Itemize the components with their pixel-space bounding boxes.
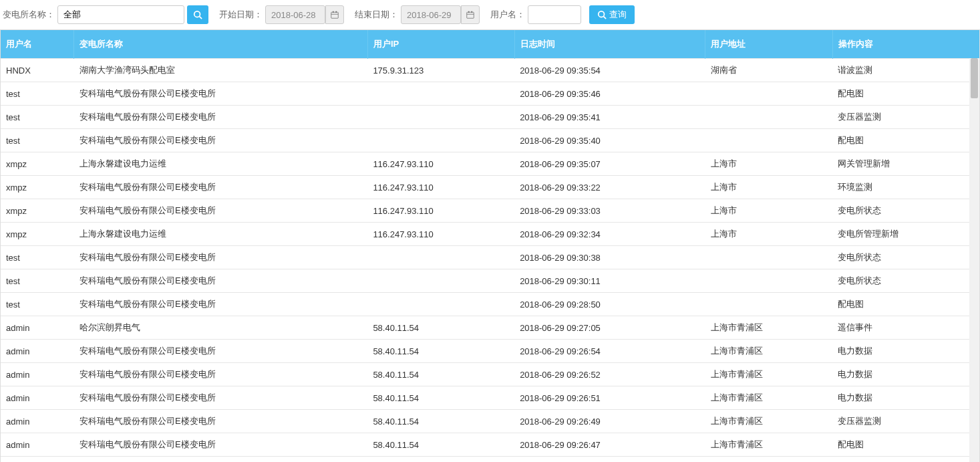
- cell-action: 变电所状态: [832, 246, 979, 269]
- cell-ip: [367, 246, 514, 269]
- cell-action: 遥信事件: [832, 316, 979, 340]
- cell-username: HNDX: [1, 59, 74, 82]
- cell-time: 2018-06-29 09:28:50: [514, 293, 705, 316]
- cell-time: 2018-06-29 09:23:41: [514, 457, 705, 463]
- cell-station: 安科瑞电气股份有限公司E楼变电所: [74, 363, 368, 386]
- cell-station: 安科瑞电气股份有限公司E楼变电所: [74, 340, 368, 363]
- cell-station: 哈尔滨朗昇电气: [74, 316, 368, 340]
- col-time[interactable]: 日志时间: [514, 30, 705, 59]
- table-row[interactable]: test安科瑞电气股份有限公司E楼变电所2018-06-29 09:30:11变…: [1, 269, 979, 293]
- table-row[interactable]: xmpz安科瑞电气股份有限公司E楼变电所116.247.93.1102018-0…: [1, 457, 979, 463]
- station-search-button[interactable]: [187, 5, 208, 24]
- table-row[interactable]: xmpz上海永磐建设电力运维116.247.93.1102018-06-29 0…: [1, 152, 979, 176]
- table-row[interactable]: xmpz安科瑞电气股份有限公司E楼变电所116.247.93.1102018-0…: [1, 199, 979, 223]
- cell-username: test: [1, 129, 74, 152]
- cell-time: 2018-06-29 09:30:11: [514, 269, 705, 293]
- cell-time: 2018-06-29 09:35:46: [514, 82, 705, 106]
- col-station[interactable]: 变电所名称: [74, 30, 368, 59]
- table-row[interactable]: admin安科瑞电气股份有限公司E楼变电所58.40.11.542018-06-…: [1, 386, 979, 410]
- cell-station: 湖南大学渔湾码头配电室: [74, 59, 368, 82]
- cell-ip: 58.40.11.54: [367, 410, 514, 433]
- query-button[interactable]: 查询: [589, 5, 635, 24]
- user-input[interactable]: [528, 5, 581, 24]
- table-row[interactable]: admin安科瑞电气股份有限公司E楼变电所58.40.11.542018-06-…: [1, 340, 979, 363]
- cell-station: 安科瑞电气股份有限公司E楼变电所: [74, 199, 368, 223]
- cell-username: admin: [1, 410, 74, 433]
- cell-ip: 116.247.93.110: [367, 457, 514, 463]
- cell-addr: [705, 293, 832, 316]
- vertical-scrollbar[interactable]: [969, 58, 979, 462]
- col-username[interactable]: 用户名: [1, 30, 74, 59]
- station-label: 变电所名称：: [3, 9, 55, 21]
- end-date-picker-button[interactable]: [461, 5, 480, 24]
- table-row[interactable]: xmpz上海永磐建设电力运维116.247.93.1102018-06-29 0…: [1, 223, 979, 246]
- cell-station: 安科瑞电气股份有限公司E楼变电所: [74, 129, 368, 152]
- cell-action: 变电所管理新增: [832, 223, 979, 246]
- table-row[interactable]: xmpz安科瑞电气股份有限公司E楼变电所116.247.93.1102018-0…: [1, 176, 979, 199]
- cell-time: 2018-06-29 09:35:40: [514, 129, 705, 152]
- cell-time: 2018-06-29 09:26:47: [514, 433, 705, 457]
- start-date-picker-button[interactable]: [325, 5, 344, 24]
- cell-username: xmpz: [1, 223, 74, 246]
- cell-time: 2018-06-29 09:26:49: [514, 410, 705, 433]
- start-date-input[interactable]: [265, 5, 325, 24]
- cell-ip: [367, 82, 514, 106]
- cell-time: 2018-06-29 09:26:54: [514, 340, 705, 363]
- scrollbar-thumb[interactable]: [971, 58, 978, 98]
- cell-addr: 上海市青浦区: [705, 410, 832, 433]
- cell-ip: 58.40.11.54: [367, 363, 514, 386]
- station-input[interactable]: [57, 5, 184, 24]
- table-row[interactable]: admin哈尔滨朗昇电气58.40.11.542018-06-29 09:27:…: [1, 316, 979, 340]
- cell-addr: 上海市青浦区: [705, 433, 832, 457]
- cell-username: xmpz: [1, 152, 74, 176]
- cell-addr: 上海市: [705, 223, 832, 246]
- table-row[interactable]: test安科瑞电气股份有限公司E楼变电所2018-06-29 09:30:38变…: [1, 246, 979, 269]
- cell-ip: 116.247.93.110: [367, 176, 514, 199]
- col-addr[interactable]: 用户地址: [705, 30, 832, 59]
- table-row[interactable]: test安科瑞电气股份有限公司E楼变电所2018-06-29 09:35:40配…: [1, 129, 979, 152]
- search-icon: [193, 10, 202, 19]
- cell-time: 2018-06-29 09:33:22: [514, 176, 705, 199]
- col-action[interactable]: 操作内容: [832, 30, 979, 59]
- cell-addr: 上海市青浦区: [705, 363, 832, 386]
- table-row[interactable]: admin安科瑞电气股份有限公司E楼变电所58.40.11.542018-06-…: [1, 433, 979, 457]
- cell-action: 变电所状态: [832, 199, 979, 223]
- cell-addr: 上海市青浦区: [705, 340, 832, 363]
- cell-station: 安科瑞电气股份有限公司E楼变电所: [74, 410, 368, 433]
- cell-station: 上海永磐建设电力运维: [74, 152, 368, 176]
- cell-action: 变压器监测: [832, 106, 979, 129]
- svg-rect-6: [467, 12, 474, 18]
- cell-ip: 175.9.31.123: [367, 59, 514, 82]
- cell-time: 2018-06-29 09:30:38: [514, 246, 705, 269]
- cell-ip: 58.40.11.54: [367, 386, 514, 410]
- cell-time: 2018-06-29 09:26:52: [514, 363, 705, 386]
- cell-username: admin: [1, 433, 74, 457]
- cell-station: 安科瑞电气股份有限公司E楼变电所: [74, 433, 368, 457]
- end-date-input[interactable]: [401, 5, 461, 24]
- cell-time: 2018-06-29 09:33:03: [514, 199, 705, 223]
- cell-ip: 58.40.11.54: [367, 340, 514, 363]
- table-row[interactable]: admin安科瑞电气股份有限公司E楼变电所58.40.11.542018-06-…: [1, 363, 979, 386]
- cell-addr: 上海市: [705, 176, 832, 199]
- cell-ip: 116.247.93.110: [367, 199, 514, 223]
- table-row[interactable]: test安科瑞电气股份有限公司E楼变电所2018-06-29 09:35:46配…: [1, 82, 979, 106]
- cell-station: 安科瑞电气股份有限公司E楼变电所: [74, 106, 368, 129]
- cell-station: 安科瑞电气股份有限公司E楼变电所: [74, 269, 368, 293]
- svg-point-0: [194, 11, 200, 17]
- cell-action: 配电图: [832, 82, 979, 106]
- table-row[interactable]: HNDX湖南大学渔湾码头配电室175.9.31.1232018-06-29 09…: [1, 59, 979, 82]
- cell-username: xmpz: [1, 199, 74, 223]
- table-row[interactable]: test安科瑞电气股份有限公司E楼变电所2018-06-29 09:28:50配…: [1, 293, 979, 316]
- svg-line-11: [604, 17, 607, 19]
- table-row[interactable]: admin安科瑞电气股份有限公司E楼变电所58.40.11.542018-06-…: [1, 410, 979, 433]
- table-row[interactable]: test安科瑞电气股份有限公司E楼变电所2018-06-29 09:35:41变…: [1, 106, 979, 129]
- svg-line-1: [200, 17, 202, 19]
- calendar-icon: [466, 11, 474, 19]
- cell-ip: 116.247.93.110: [367, 223, 514, 246]
- cell-station: 安科瑞电气股份有限公司E楼变电所: [74, 386, 368, 410]
- col-ip[interactable]: 用户IP: [367, 30, 514, 59]
- svg-point-10: [599, 11, 605, 17]
- cell-station: 上海永磐建设电力运维: [74, 223, 368, 246]
- cell-station: 安科瑞电气股份有限公司E楼变电所: [74, 457, 368, 463]
- cell-time: 2018-06-29 09:35:41: [514, 106, 705, 129]
